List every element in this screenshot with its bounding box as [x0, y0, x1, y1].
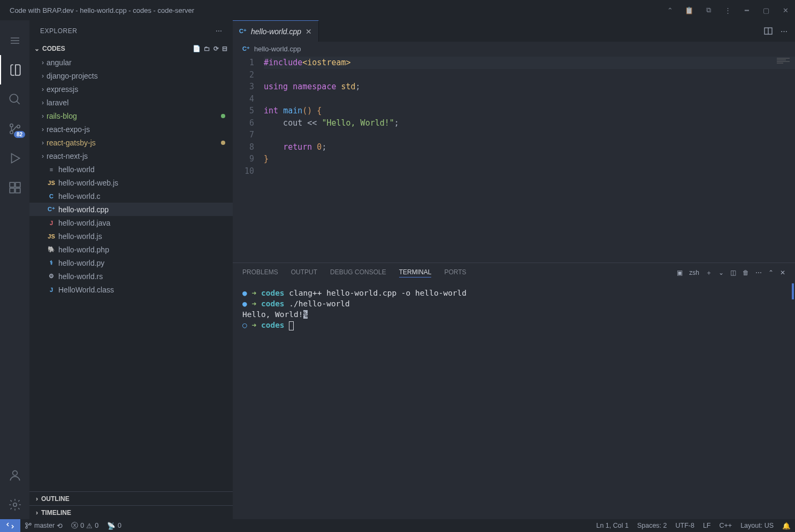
ports-indicator[interactable]: 📡0	[103, 519, 126, 532]
folder-label: react-next-js	[47, 152, 88, 160]
folder-item[interactable]: ›rails-blog	[29, 109, 233, 122]
run-debug-icon[interactable]	[0, 143, 29, 173]
encoding[interactable]: UTF-8	[671, 522, 699, 529]
extensions-icon[interactable]	[0, 173, 29, 202]
outline-section[interactable]: › OUTLINE	[29, 491, 233, 505]
error-icon: ⓧ	[71, 521, 78, 530]
tab-hello-world-cpp[interactable]: C⁺ hello-world.cpp ✕	[233, 20, 319, 42]
svg-point-3	[10, 94, 18, 102]
terminal-profile-icon[interactable]: ▣	[677, 269, 683, 276]
git-status-dot	[221, 141, 225, 145]
collapse-all-icon[interactable]: ⊟	[222, 45, 227, 52]
file-item[interactable]: Jhello-world.java	[29, 216, 233, 229]
explorer-icon[interactable]	[0, 55, 29, 84]
remote-indicator[interactable]	[0, 519, 20, 532]
code-content[interactable]: #include<iostream> using namespace std; …	[264, 56, 795, 263]
folder-item[interactable]: ›react-expo-js	[29, 122, 233, 136]
file-icon: 🐘	[47, 246, 56, 253]
tab-close-icon[interactable]: ✕	[305, 27, 312, 36]
folder-item[interactable]: ›angular	[29, 56, 233, 69]
more-icon[interactable]: ⋮	[723, 6, 732, 14]
breadcrumb[interactable]: C⁺ hello-world.cpp	[233, 42, 795, 56]
explorer-sidebar: EXPLORER ⋯ ⌄ CODES 📄 🗀 ⟳ ⊟ ›angular›djan…	[29, 20, 233, 519]
file-item[interactable]: C⁺hello-world.cpp	[29, 203, 233, 216]
chevron-right-icon: ›	[39, 86, 47, 93]
file-icon: JS	[47, 180, 56, 186]
breadcrumb-label: hello-world.cpp	[254, 45, 301, 53]
file-item[interactable]: JHelloWorld.class	[29, 283, 233, 296]
file-label: hello-world.rs	[58, 272, 103, 281]
source-control-icon[interactable]: 82	[0, 114, 29, 143]
tab-ports[interactable]: PORTS	[444, 268, 466, 277]
folder-item[interactable]: ›django-projects	[29, 69, 233, 82]
chevron-up-icon[interactable]: ⌃	[666, 6, 674, 14]
folder-item[interactable]: ›laravel	[29, 96, 233, 109]
accounts-icon[interactable]	[0, 460, 29, 490]
tab-terminal[interactable]: TERMINAL	[399, 268, 432, 277]
terminal-content[interactable]: ● ➜ codes clang++ hello-world.cpp -o hel…	[233, 282, 795, 519]
svg-point-19	[29, 523, 32, 526]
sync-icon[interactable]: ⟲	[57, 522, 63, 530]
clipboard-icon[interactable]: 📋	[685, 6, 693, 14]
file-item[interactable]: ≡hello-world	[29, 163, 233, 176]
warning-icon: ⚠	[86, 522, 93, 530]
kill-terminal-icon[interactable]: 🗑	[743, 269, 749, 276]
line-gutter: 12345678910	[233, 56, 264, 263]
minimize-icon[interactable]: ━	[743, 6, 751, 14]
file-icon: J	[47, 220, 56, 226]
terminal-scrollbar[interactable]	[792, 283, 794, 299]
close-panel-icon[interactable]: ✕	[780, 269, 785, 276]
split-terminal-icon[interactable]: ◫	[730, 269, 736, 276]
close-icon[interactable]: ✕	[781, 6, 790, 14]
file-label: hello-world.py	[58, 259, 104, 267]
search-icon[interactable]	[0, 84, 29, 114]
new-terminal-icon[interactable]: ＋	[706, 268, 712, 277]
settings-gear-icon[interactable]	[0, 490, 29, 519]
notifications-icon[interactable]: 🔔	[778, 522, 795, 530]
folder-item[interactable]: ›expressjs	[29, 82, 233, 96]
problems-indicator[interactable]: ⓧ0 ⚠0	[67, 519, 103, 532]
workspace-header[interactable]: ⌄ CODES 📄 🗀 ⟳ ⊟	[29, 42, 233, 56]
terminal-dropdown-icon[interactable]: ⌄	[718, 269, 724, 276]
file-icon: ≡	[47, 166, 56, 173]
file-item[interactable]: ⚙hello-world.rs	[29, 269, 233, 283]
split-editor-icon[interactable]	[763, 26, 773, 36]
minimap[interactable]	[777, 58, 790, 64]
file-item[interactable]: ⚕hello-world.py	[29, 256, 233, 269]
eol[interactable]: LF	[699, 522, 715, 529]
editor-body[interactable]: 12345678910 #include<iostream> using nam…	[233, 56, 795, 263]
folder-item[interactable]: ›react-next-js	[29, 149, 233, 163]
file-item[interactable]: JShello-world.js	[29, 229, 233, 243]
git-branch[interactable]: master ⟲	[20, 519, 67, 532]
folder-item[interactable]: ›react-gatsby-js	[29, 136, 233, 149]
file-item[interactable]: 🐘hello-world.php	[29, 243, 233, 256]
maximize-panel-icon[interactable]: ⌃	[768, 269, 774, 276]
tab-debug-console[interactable]: DEBUG CONSOLE	[330, 268, 386, 277]
menu-icon[interactable]	[0, 26, 29, 55]
editor-more-icon[interactable]: ⋯	[781, 27, 788, 35]
cursor-position[interactable]: Ln 1, Col 1	[592, 522, 632, 529]
file-item[interactable]: Chello-world.c	[29, 189, 233, 203]
refresh-icon[interactable]: ⟳	[213, 45, 219, 52]
extension-icon[interactable]: ⧉	[704, 6, 713, 14]
file-item[interactable]: JShello-world-web.js	[29, 176, 233, 189]
terminal-shell-label[interactable]: zsh	[689, 269, 699, 276]
explorer-title: EXPLORER	[40, 27, 216, 35]
git-status-dot	[221, 114, 225, 118]
svg-rect-11	[16, 188, 20, 193]
file-label: hello-world-web.js	[58, 179, 118, 187]
panel-more-icon[interactable]: ⋯	[755, 269, 762, 276]
svg-point-17	[26, 523, 28, 525]
new-file-icon[interactable]: 📄	[193, 45, 201, 52]
new-folder-icon[interactable]: 🗀	[204, 45, 210, 52]
tab-output[interactable]: OUTPUT	[291, 268, 317, 277]
explorer-more-icon[interactable]: ⋯	[216, 27, 223, 35]
indentation[interactable]: Spaces: 2	[633, 522, 671, 529]
tab-problems[interactable]: PROBLEMS	[242, 268, 278, 277]
file-icon: JS	[47, 233, 56, 240]
keyboard-layout[interactable]: Layout: US	[736, 522, 778, 529]
timeline-section[interactable]: › TIMELINE	[29, 505, 233, 519]
svg-marker-8	[11, 153, 19, 163]
maximize-icon[interactable]: ▢	[762, 6, 770, 14]
language-mode[interactable]: C++	[715, 522, 737, 529]
